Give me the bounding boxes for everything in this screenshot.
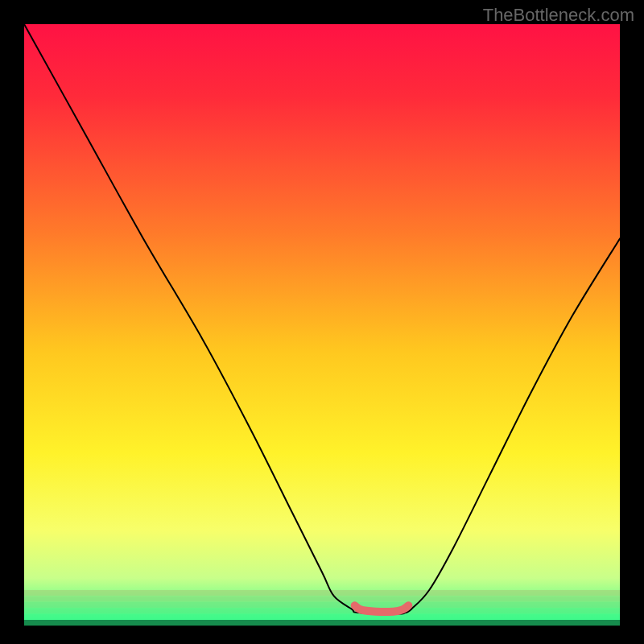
bottleneck-chart	[0, 0, 644, 644]
green-band	[24, 602, 620, 608]
green-band	[24, 596, 620, 601]
minimum-plateau-marker-end-dot	[352, 602, 358, 609]
plot-area	[24, 24, 620, 620]
green-band	[24, 590, 620, 596]
green-band	[24, 620, 620, 625]
chart-container: TheBottleneck.com	[0, 0, 644, 644]
green-band	[24, 608, 620, 613]
watermark: TheBottleneck.com	[483, 5, 634, 26]
minimum-plateau-marker-end-dot	[405, 602, 411, 609]
green-band	[24, 614, 620, 620]
